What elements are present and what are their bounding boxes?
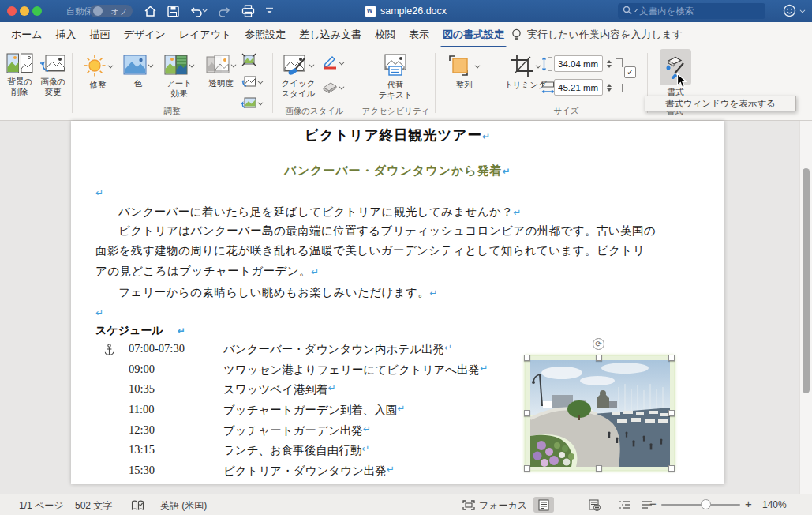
- ribbon-tab[interactable]: 挿入: [56, 28, 77, 42]
- arrange-button[interactable]: 整列: [442, 54, 486, 90]
- schedule-list: 07:00-07:30 バンクーバー・ダウンタウン内ホテル出発 ↵ 09:00 …: [129, 342, 488, 484]
- color-button[interactable]: 色: [120, 54, 156, 88]
- schedule-time: 12:30: [129, 423, 223, 437]
- word-window: 自動保存 オフ sample26.docx: [0, 0, 812, 515]
- zoom-slider[interactable]: [661, 504, 740, 506]
- change-picture-menu-button[interactable]: [241, 74, 263, 88]
- selection-handle-bottom-right[interactable]: [668, 465, 675, 472]
- tell-me-label: 実行したい作業内容を入力します: [527, 28, 683, 42]
- ribbon-tab[interactable]: 表示: [409, 28, 429, 42]
- compress-picture-button[interactable]: [241, 53, 256, 70]
- vertical-scrollbar[interactable]: [799, 121, 812, 494]
- artistic-effects-chevron-icon: [189, 62, 195, 68]
- search-scope-chevron-icon[interactable]: [635, 9, 638, 12]
- paragraph-line: 面影を残す建物の周りに花が咲き乱れる温暖で美しいガーデンシティとして知られていま…: [95, 243, 656, 263]
- paragraph: フェリーからの素晴らしい眺めもお楽しみいただけます。↵: [95, 285, 438, 300]
- ribbon-tab[interactable]: 図の書式設定: [443, 28, 504, 42]
- picture-border-icon: [322, 55, 338, 70]
- empty-paragraph: ↵: [95, 306, 103, 318]
- page-indicator[interactable]: 1/1 ページ: [19, 499, 64, 513]
- shape-width-input[interactable]: [554, 79, 603, 96]
- ribbon-tab[interactable]: 差し込み文書: [299, 28, 361, 42]
- schedule-time: 10:35: [129, 382, 223, 396]
- selection-handle-middle-right[interactable]: [668, 410, 675, 416]
- print-layout-view-button[interactable]: [533, 497, 554, 513]
- zoom-in-button[interactable]: +: [745, 497, 752, 510]
- focus-icon[interactable]: [462, 500, 475, 513]
- word-count[interactable]: 502 文字: [75, 499, 112, 513]
- search-icon: [623, 4, 632, 18]
- pilcrow-mark: ↵: [503, 166, 511, 177]
- feedback-chevron-icon: [800, 7, 806, 13]
- aspect-bracket-bottom: [616, 84, 623, 92]
- schedule-time: 07:00-07:30: [129, 342, 223, 355]
- focus-label[interactable]: フォーカス: [479, 499, 527, 513]
- paragraph: ビクトリアはバンクーバー島の最南端に位置するブリティッシュコロンビアの州都です。…: [95, 224, 656, 284]
- remove-background-button[interactable]: 背景の削除: [3, 52, 36, 96]
- doc-subtitle: バンクーバー・ダウンタウンから発着↵: [71, 164, 724, 179]
- tell-me-box[interactable]: 実行したい作業内容を入力します: [511, 22, 683, 47]
- object-anchor-icon: [104, 344, 114, 360]
- ribbon-tab[interactable]: 校閲: [375, 28, 395, 42]
- picture-border-button[interactable]: [322, 55, 344, 70]
- quick-styles-button[interactable]: クイックスタイル: [278, 54, 319, 98]
- group-separator: [357, 53, 357, 113]
- sun-icon: [83, 54, 107, 77]
- lock-aspect-ratio-checkbox[interactable]: ✓: [624, 66, 636, 78]
- paragraph: バンクーバーに着いたら足を延ばしてビクトリアに観光してみませんか？↵: [95, 205, 522, 220]
- feedback-menu[interactable]: [783, 4, 805, 17]
- picture-effects-button[interactable]: [322, 81, 344, 93]
- alt-text-icon: [382, 54, 409, 77]
- paragraph-line: アの見どころはブッチャートガーデン。↵: [95, 264, 656, 284]
- zoom-percentage[interactable]: 140%: [762, 499, 787, 510]
- change-picture-icon: [40, 52, 65, 74]
- format-pane-tooltip: 書式ウィンドウを表示する: [645, 96, 796, 111]
- search-input[interactable]: [639, 6, 761, 16]
- ribbon-tab[interactable]: 参照設定: [245, 28, 286, 42]
- zoom-out-button[interactable]: −: [649, 497, 657, 510]
- selection-handle-top-left[interactable]: [524, 355, 530, 361]
- outline-view-button[interactable]: [614, 497, 634, 513]
- scrollbar-thumb[interactable]: [803, 168, 810, 393]
- proofing-icon[interactable]: [131, 500, 144, 513]
- statusbar: 1/1 ページ 502 文字 英語 (米国) フォーカス − + 140%: [0, 494, 812, 515]
- crop-chevron-icon: [536, 63, 541, 69]
- rotation-handle[interactable]: ⟳: [593, 338, 604, 350]
- document-canvas[interactable]: ビクトリア終日観光ツアー↵ バンクーバー・ダウンタウンから発着↵ ↵ バンクーバ…: [0, 121, 812, 494]
- picture-effects-chevron-icon: [339, 85, 345, 90]
- corrections-button[interactable]: 修整: [77, 54, 118, 90]
- selection-handle-top-right[interactable]: [668, 355, 675, 361]
- selection-handle-middle-left[interactable]: [524, 410, 530, 416]
- ribbon-tab[interactable]: レイアウト: [179, 28, 232, 42]
- selection-handle-top-middle[interactable]: [596, 355, 602, 361]
- alt-text-button[interactable]: 代替テキスト: [371, 54, 420, 100]
- change-picture-button[interactable]: 画像の変更: [36, 52, 69, 96]
- web-layout-view-button[interactable]: [584, 497, 604, 513]
- transparency-button[interactable]: 透明度: [200, 54, 241, 88]
- color-picture-icon: [123, 54, 147, 76]
- schedule-desc: バンクーバー・ダウンタウン内ホテル出発: [223, 342, 444, 357]
- inline-picture[interactable]: [530, 360, 670, 467]
- group-label-size: サイズ: [521, 106, 612, 117]
- selection-handle-bottom-middle[interactable]: [596, 465, 602, 472]
- search-box[interactable]: [618, 3, 765, 19]
- empty-paragraph: ↵: [95, 186, 103, 198]
- ribbon-tab[interactable]: ホーム: [11, 28, 43, 42]
- ribbon-tab[interactable]: デザイン: [124, 28, 166, 42]
- paragraph-line: ビクトリアはバンクーバー島の最南端に位置するブリティッシュコロンビアの州都です。…: [95, 224, 656, 243]
- shape-height-stepper[interactable]: [604, 55, 614, 72]
- ribbon-tabs: ホーム挿入描画デザインレイアウト参照設定差し込み文書校閲表示図の書式設定: [11, 22, 504, 47]
- document-filename: sample26.docx: [380, 6, 447, 17]
- zoom-slider-thumb[interactable]: [701, 499, 711, 509]
- group-separator: [72, 53, 73, 113]
- arrange-chevron-icon: [475, 63, 481, 69]
- shape-height-input[interactable]: [554, 55, 603, 72]
- group-label-picture-styles: 画像のスタイル: [272, 106, 357, 117]
- selection-handle-bottom-left[interactable]: [524, 465, 530, 472]
- document-page[interactable]: ビクトリア終日観光ツアー↵ バンクーバー・ダウンタウンから発着↵ ↵ バンクーバ…: [71, 121, 724, 484]
- language-indicator[interactable]: 英語 (米国): [160, 499, 207, 513]
- artistic-effects-button[interactable]: アート効果: [158, 54, 200, 98]
- lightbulb-icon: [511, 28, 522, 42]
- shape-width-stepper[interactable]: [604, 79, 614, 96]
- ribbon-tab[interactable]: 描画: [90, 28, 110, 42]
